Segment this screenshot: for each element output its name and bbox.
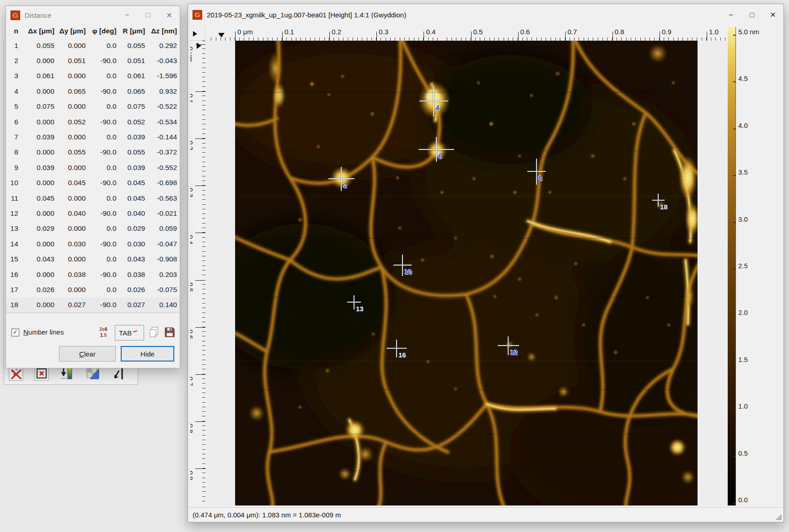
- column-header: φ [deg]: [88, 24, 119, 38]
- colorbar-axis: 5.0 nm4.54.03.53.02.52.01.51.00.50.0: [736, 4, 782, 507]
- ruler-label: 0.7: [568, 28, 577, 36]
- ruler-label: 0.5: [190, 282, 194, 292]
- ruler-label: 0 μm: [190, 47, 194, 62]
- distance-window-title: Distance: [25, 11, 51, 19]
- ruler-top-minor-ticks: [205, 37, 728, 41]
- measure-cross-label: 16: [398, 351, 406, 359]
- value-format-icon[interactable]: 2e6 1.5: [97, 326, 110, 339]
- ruler-label: 0.2: [332, 28, 341, 36]
- hide-button[interactable]: Hide: [121, 346, 174, 362]
- ruler-label: 0.6: [190, 330, 194, 339]
- ruler-label: 0.8: [615, 28, 624, 36]
- colorbar-label: 0.5: [738, 449, 748, 457]
- column-header: Δz [nm]: [148, 24, 180, 38]
- colorbar-label: 0.0: [738, 496, 748, 504]
- ruler-left: 0 μm0.10.20.30.40.50.60.70.80.9: [190, 41, 205, 505]
- table-row[interactable]: 80.0000.055-90.00.055-0.372: [6, 145, 180, 160]
- afm-image[interactable]: 24681012131618: [235, 41, 698, 505]
- format-line-1: 2e6: [97, 326, 110, 332]
- table-row[interactable]: 60.0000.052-90.00.052-0.534: [6, 114, 180, 129]
- distance-controls: ✓ Number lines 2e6 1.5 TAB: [6, 326, 180, 344]
- table-row[interactable]: 140.0000.030-90.00.030-0.047: [6, 236, 180, 251]
- column-header: n: [6, 24, 21, 38]
- afm-height-map: [235, 41, 698, 505]
- minimize-icon[interactable]: −: [720, 4, 741, 26]
- measure-cross-label: 6: [438, 152, 442, 160]
- ruler-label: 0.8: [190, 424, 194, 433]
- desktop: G Distance − □ ✕ nΔx [μm]Δy [μm]φ [deg]R…: [0, 0, 789, 532]
- ruler-label: 0.6: [521, 28, 530, 36]
- colorbar-label: 2.0: [738, 309, 748, 316]
- data-window-title: 2019-05-23_xgmilk_up_1ug.007-bea01 [Heig…: [207, 11, 406, 19]
- table-row[interactable]: 180.0000.027-90.00.0270.140: [6, 298, 180, 313]
- format-line-2: 1.5: [97, 332, 110, 338]
- colorbar-label: 4.0: [738, 122, 748, 129]
- ruler-label: 0.3: [190, 188, 194, 197]
- table-row[interactable]: 160.0000.038-90.00.0380.203: [6, 267, 180, 282]
- ruler-label: 0.3: [379, 28, 388, 36]
- measure-cross-label: 10: [404, 268, 412, 276]
- ruler-position-marker-icon: [218, 33, 225, 37]
- resize-grip[interactable]: [776, 515, 782, 520]
- maximize-icon[interactable]: □: [138, 6, 159, 24]
- clear-button[interactable]: Clear: [59, 346, 116, 362]
- number-lines-label: Number lines: [23, 328, 64, 336]
- data-window-titlebar[interactable]: G 2019-05-23_xgmilk_up_1ug.007-bea01 [He…: [188, 4, 784, 26]
- distance-titlebar[interactable]: G Distance − □ ✕: [6, 6, 180, 24]
- gwyddion-logo-icon: G: [11, 11, 20, 20]
- false-color-scale: [728, 27, 736, 505]
- statusbar: (0.474 μm, 0.004 μm): 1.083 nm = 1.083e-…: [188, 507, 784, 522]
- colorbar-label: 2.5: [738, 262, 748, 270]
- colorbar-label: 3.5: [738, 168, 748, 176]
- maximize-icon[interactable]: □: [741, 4, 762, 26]
- close-icon[interactable]: ✕: [762, 4, 784, 26]
- table-row[interactable]: 100.0000.045-90.00.045-0.698: [6, 176, 180, 191]
- number-lines-checkbox[interactable]: ✓: [11, 329, 19, 336]
- measure-cross-label: 12: [510, 348, 518, 356]
- ruler-label: 0.7: [190, 377, 194, 386]
- ruler-label: 0.4: [426, 28, 435, 36]
- ruler-corner-button[interactable]: [189, 27, 205, 41]
- ruler-label: 0.1: [190, 94, 194, 103]
- colorbar-label: 1.5: [738, 356, 748, 363]
- minimize-icon[interactable]: −: [117, 6, 138, 24]
- table-row[interactable]: 10.0550.0000.00.0550.292: [6, 38, 180, 53]
- close-icon[interactable]: ✕: [159, 6, 180, 24]
- table-row[interactable]: 70.0390.0000.00.039-0.144: [6, 129, 180, 144]
- table-row[interactable]: 170.0260.0000.00.026-0.075: [6, 282, 180, 297]
- ruler-label: 0.2: [190, 141, 194, 150]
- ruler-label: 0.9: [190, 471, 194, 480]
- column-header: R [μm]: [119, 24, 148, 38]
- colorbar-label: 5.0 nm: [738, 28, 759, 36]
- table-row[interactable]: 20.0000.051-90.00.051-0.043: [6, 53, 180, 68]
- ruler-label: 0.9: [662, 28, 671, 36]
- measure-cross-label: 2: [343, 181, 347, 189]
- table-row[interactable]: 40.0000.065-90.00.0650.932: [6, 84, 180, 99]
- table-row[interactable]: 150.0430.0000.00.043-0.908: [6, 251, 180, 266]
- ruler-top: 0 μm0.10.20.30.40.50.60.70.80.91.0: [205, 27, 728, 41]
- distance-table-header-row: nΔx [μm]Δy [μm]φ [deg]R [μm]Δz [nm]: [6, 24, 180, 38]
- measure-cross-label: 8: [538, 174, 542, 182]
- table-row[interactable]: 30.0610.0000.00.061-1.596: [6, 69, 180, 84]
- distance-table: nΔx [μm]Δy [μm]φ [deg]R [μm]Δz [nm] 10.0…: [6, 24, 180, 313]
- table-row[interactable]: 120.0000.040-90.00.040-0.021: [6, 206, 180, 221]
- copy-icon[interactable]: [149, 326, 160, 338]
- measure-cross-label: 13: [356, 305, 364, 313]
- save-icon[interactable]: [164, 326, 175, 338]
- ruler-label: 0 μm: [237, 28, 253, 36]
- ruler-position-marker-icon: [197, 43, 201, 49]
- colorbar-label: 1.0: [738, 402, 748, 410]
- table-row[interactable]: 130.0290.0000.00.0290.059: [6, 221, 180, 236]
- table-row[interactable]: 110.0450.0000.00.045-0.563: [6, 191, 180, 206]
- table-row[interactable]: 90.0390.0000.00.039-0.552: [6, 160, 180, 175]
- measure-cross-label: 4: [435, 104, 439, 112]
- colorbar-label: 3.0: [738, 215, 748, 223]
- ruler-left-minor-ticks: [202, 41, 205, 505]
- statusbar-coordinates: (0.474 μm, 0.004 μm): 1.083 nm = 1.083e-…: [193, 511, 341, 519]
- separator-tab-button[interactable]: TAB: [115, 325, 144, 340]
- distance-table-body: 10.0550.0000.00.0550.29220.0000.051-90.0…: [6, 38, 180, 313]
- table-row[interactable]: 50.0750.0000.00.075-0.522: [6, 99, 180, 114]
- measure-cross-label: 18: [660, 203, 668, 211]
- distance-window: G Distance − □ ✕ nΔx [μm]Δy [μm]φ [deg]R…: [5, 5, 180, 368]
- column-header: Δy [μm]: [57, 24, 88, 38]
